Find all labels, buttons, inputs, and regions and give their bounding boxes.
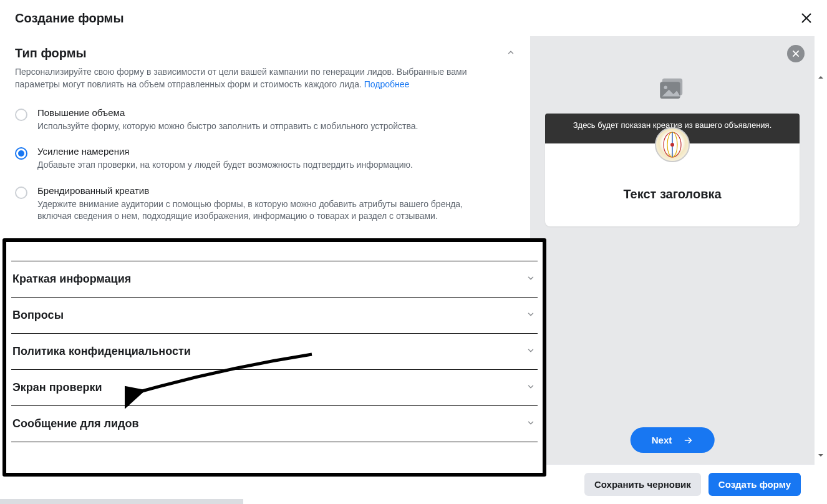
footer-divider-shadow [0, 499, 243, 504]
radio-title: Усиление намерения [37, 146, 515, 157]
save-draft-button[interactable]: Сохранить черновик [584, 473, 701, 496]
sections-list: Краткая информация Вопросы Политика конф… [6, 242, 543, 442]
creative-placeholder-icon [659, 77, 686, 102]
radio-title: Повышение объема [37, 107, 515, 118]
modal-footer: Сохранить черновик Создать форму [530, 464, 815, 504]
chevron-down-icon [526, 274, 535, 284]
form-type-options: Повышение объема Используйте форму, кото… [15, 102, 515, 231]
chevron-down-icon [526, 346, 535, 357]
section-toggle-brief-info[interactable]: Краткая информация [11, 261, 538, 297]
modal-title: Создание формы [15, 11, 812, 26]
radio-option-branded[interactable]: Брендированный креатив Удержите внимание… [15, 180, 515, 231]
section-toggle-questions[interactable]: Вопросы [11, 298, 538, 333]
radio-body: Брендированный креатив Удержите внимание… [37, 185, 515, 223]
radio-description: Добавьте этап проверки, на котором у люд… [37, 159, 493, 172]
section-review-screen: Экран проверки [11, 370, 538, 406]
section-title: Краткая информация [12, 273, 131, 286]
chevron-down-icon [526, 310, 535, 321]
arrow-right-icon [683, 435, 693, 445]
section-leads-message: Сообщение для лидов [11, 406, 538, 442]
radio-body: Усиление намерения Добавьте этап проверк… [37, 146, 515, 172]
close-icon [791, 49, 800, 58]
radio-option-volume[interactable]: Повышение объема Используйте форму, кото… [15, 102, 515, 142]
radio-description: Используйте форму, которую можно быстро … [37, 120, 493, 133]
learn-more-link[interactable]: Подробнее [364, 79, 410, 89]
app-root: { "header": { "title": "Создание формы" … [0, 0, 827, 504]
form-type-section: Тип формы Персонализируйте свою форму в … [0, 36, 530, 236]
scroll-down-icon[interactable] [816, 450, 826, 460]
close-icon [800, 11, 813, 25]
radio-icon [15, 147, 27, 160]
outer-scrollbar[interactable] [816, 72, 826, 504]
form-type-description: Персонализируйте свою форму в зависимост… [15, 65, 508, 91]
chevron-down-icon [526, 419, 535, 429]
preview-close-button[interactable] [787, 45, 805, 62]
section-toggle-privacy-policy[interactable]: Политика конфиденциальности [11, 334, 538, 369]
svg-point-10 [670, 143, 674, 147]
form-type-title: Тип формы [15, 46, 87, 61]
section-toggle-leads-message[interactable]: Сообщение для лидов [11, 406, 538, 442]
preview-pane: Здесь будет показан креатив из вашего об… [530, 36, 815, 504]
create-form-button[interactable]: Создать форму [709, 473, 801, 496]
image-icon [659, 77, 686, 100]
section-privacy-policy: Политика конфиденциальности [11, 334, 538, 370]
section-questions: Вопросы [11, 298, 538, 334]
next-button-label: Next [652, 435, 672, 445]
section-brief-info: Краткая информация [11, 261, 538, 298]
radio-body: Повышение объема Используйте форму, кото… [37, 107, 515, 133]
form-type-header[interactable]: Тип формы [15, 46, 515, 61]
radio-option-intent[interactable]: Усиление намерения Добавьте этап проверк… [15, 141, 515, 180]
section-title: Политика конфиденциальности [12, 345, 191, 358]
scroll-up-icon[interactable] [816, 72, 826, 82]
radio-description: Удержите внимание аудитории с помощью фо… [37, 198, 493, 223]
preview-next-button[interactable]: Next [631, 427, 715, 453]
radio-icon [15, 109, 27, 121]
section-toggle-review-screen[interactable]: Экран проверки [11, 370, 538, 405]
modal-header: Создание формы [0, 0, 827, 36]
section-title: Сообщение для лидов [12, 417, 139, 430]
close-button[interactable] [800, 11, 815, 26]
section-title: Экран проверки [12, 381, 102, 394]
avatar-logo-icon [660, 130, 685, 160]
radio-icon [15, 187, 27, 199]
section-title: Вопросы [12, 309, 64, 322]
preview-headline: Текст заголовка [558, 187, 787, 201]
annotation-highlight-box: Краткая информация Вопросы Политика конф… [2, 238, 546, 477]
radio-title: Брендированный креатив [37, 185, 515, 196]
svg-point-6 [664, 86, 667, 89]
chevron-up-icon [506, 48, 515, 59]
chevron-down-icon [526, 382, 535, 393]
page-avatar [655, 127, 690, 162]
